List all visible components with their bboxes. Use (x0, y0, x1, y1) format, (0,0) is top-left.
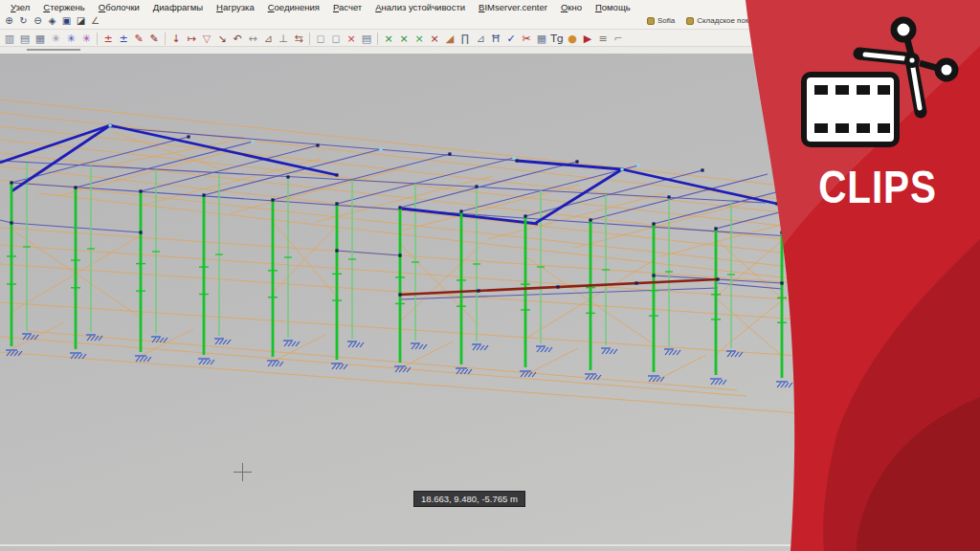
play-flag-icon[interactable]: ▶ (580, 31, 595, 46)
toolbar-main: ▥▤▦✳✳✳±±✎✎↓↦▽↘↶↔⊿⊥⇆◻◻×▤××××◢∏⊿Ħ✓✂▦Tg●▶≡⌐ (0, 29, 980, 47)
menu-item[interactable]: Узел (4, 2, 36, 12)
coordinate-tooltip: 18.663, 9.480, -5.765 m (413, 491, 525, 507)
select-window-icon[interactable]: ▣ (59, 14, 74, 28)
bar-copy-icon[interactable]: × (396, 31, 412, 46)
orbit-icon[interactable]: ↻ (16, 14, 31, 28)
eraser-icon[interactable]: ◢ (442, 31, 457, 46)
crosshair-cursor (242, 463, 243, 481)
node-star-icon[interactable]: ✳ (63, 31, 78, 46)
window-bottom-border (0, 544, 799, 546)
user-label: Sofia (657, 16, 675, 25)
ramp-icon[interactable]: ⊿ (473, 31, 488, 46)
move-icon[interactable]: ↔ (245, 31, 260, 46)
project-chip[interactable]: Складское помещени (686, 16, 773, 25)
toolbar-separator (377, 33, 378, 45)
scissors-tool-icon[interactable]: ✂ (519, 31, 534, 46)
sphere-icon[interactable]: ● (565, 31, 580, 46)
viewport-canvas[interactable] (0, 53, 980, 551)
toolbar-separator (97, 33, 98, 45)
bar-new-icon[interactable]: × (381, 31, 396, 46)
results-table-icon[interactable]: ▦ (534, 31, 549, 46)
menu-item[interactable]: Соединения (261, 2, 326, 12)
portal-icon[interactable]: ∏ (457, 31, 473, 46)
user-icon (647, 17, 655, 25)
row-grid-icon[interactable]: ▤ (17, 31, 33, 46)
swap-icon[interactable]: ⇆ (291, 31, 306, 46)
zoom-out-icon[interactable]: ⊖ (31, 14, 45, 28)
project-icon (686, 17, 694, 25)
selection-window-icon[interactable]: ◻ (313, 31, 328, 46)
menu-item[interactable]: Оболочки (92, 2, 146, 12)
menu-item[interactable]: Нагрузка (210, 2, 261, 12)
menu-item[interactable]: Диафрагмы (146, 2, 210, 12)
menu-bar: УзелСтерженьОболочкиДиафрагмыНагрузкаСое… (0, 0, 980, 13)
menu-item[interactable]: Стержень (36, 2, 92, 12)
printer-icon[interactable]: ▤ (359, 31, 374, 46)
member-star-icon[interactable]: ✳ (78, 31, 94, 46)
angle-icon[interactable]: ⊿ (260, 31, 276, 46)
point-load-icon[interactable]: ↓ (168, 31, 184, 46)
check-icon[interactable]: ✓ (503, 31, 519, 46)
snowflake-icon[interactable]: ✳ (48, 31, 63, 46)
pan-icon[interactable]: ◈ (45, 14, 59, 28)
slope-load-icon[interactable]: ↘ (214, 31, 230, 46)
area-load-icon[interactable]: ▽ (199, 31, 214, 46)
layers-icon[interactable]: ≡ (595, 31, 611, 46)
perpendicular-icon[interactable]: ⊥ (276, 31, 291, 46)
tangent-icon[interactable]: Tg (549, 31, 565, 46)
clips-wordmark: CLIPS (797, 159, 957, 213)
section-grid-icon[interactable]: ▥ (2, 31, 17, 46)
selection-crossing-icon[interactable]: ◻ (328, 31, 344, 46)
toolbar-separator (165, 33, 166, 45)
grid-frame-icon[interactable]: Ħ (488, 31, 503, 46)
bar-delete-icon[interactable]: × (427, 31, 442, 46)
menu-item[interactable]: Окно (554, 2, 589, 12)
measure-icon[interactable]: ∠ (88, 14, 102, 28)
panel-drag-handle[interactable] (27, 49, 80, 51)
moment-load-icon[interactable]: ↶ (230, 31, 245, 46)
session-bar: Sofia Складское помещени (647, 16, 774, 25)
pencil-dark-icon[interactable]: ✎ (146, 31, 162, 46)
line-load-icon[interactable]: ↦ (184, 31, 199, 46)
menu-item[interactable]: Анализ устойчивости (368, 2, 472, 12)
project-label: Складское помещени (697, 16, 773, 25)
toolbar-separator (309, 33, 310, 45)
zoom-in-icon[interactable]: ⊕ (2, 14, 16, 28)
toolbar-view: ⊕↻⊖◈▣◪∠ (0, 13, 980, 29)
user-chip[interactable]: Sofia (647, 16, 675, 25)
clear-view-icon[interactable]: × (344, 31, 359, 46)
menu-item[interactable]: Помощь (589, 2, 637, 12)
menu-item[interactable]: Расчет (326, 2, 368, 12)
capture-icon[interactable]: ◪ (74, 14, 88, 28)
pencil-red-icon[interactable]: ✎ (131, 31, 146, 46)
support-lower-icon[interactable]: ± (116, 31, 131, 46)
support-upper-icon[interactable]: ± (100, 31, 116, 46)
toolbar-strip (0, 46, 980, 54)
table-grid-icon[interactable]: ▦ (33, 31, 48, 46)
stairs-icon[interactable]: ⌐ (611, 31, 626, 46)
menu-item[interactable]: BIMserver.center (472, 2, 554, 12)
bar-edit-icon[interactable]: × (412, 31, 427, 46)
